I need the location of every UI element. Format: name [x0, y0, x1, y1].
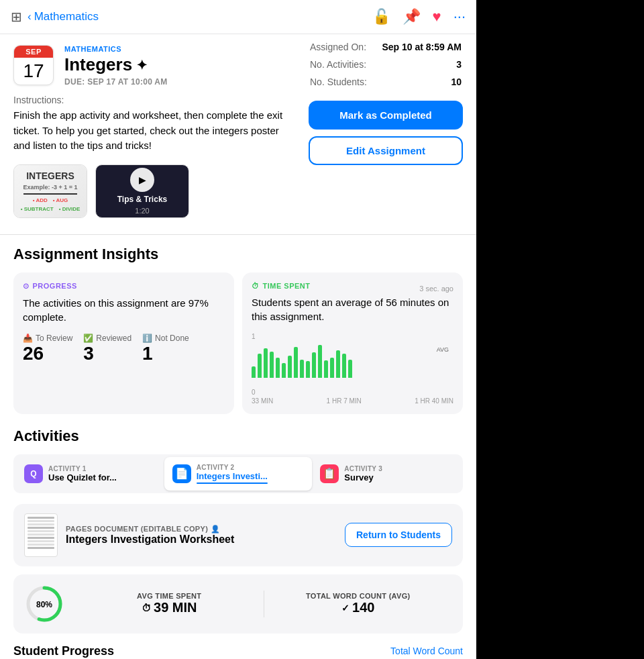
chart-bar [348, 360, 352, 378]
activities-title: Activities [13, 427, 463, 445]
time-badge: ⏱ TIME SPENT [252, 282, 311, 290]
activity-tab-3[interactable]: 📋 ACTIVITY 3 Survey [312, 457, 460, 491]
chart-label-1: 33 MIN [252, 397, 273, 405]
reviewed-value: 3 [83, 343, 131, 364]
back-label: Mathematics [34, 10, 99, 23]
avg-time-metric: AVG TIME SPENT ⏱ 39 MIN [75, 592, 264, 615]
svg-text:80%: 80% [36, 600, 52, 609]
chart-bar [258, 354, 262, 377]
to-review-value: 26 [23, 343, 72, 364]
word-count-value: ✓ 140 [272, 600, 445, 615]
checkmark-icon: ✓ [341, 603, 350, 613]
activities-label: No. Activities: [310, 56, 372, 72]
reviewed-stat: ✅ Reviewed 3 [83, 334, 131, 364]
person-icon: 👤 [211, 525, 220, 534]
tab2-name: Integers Investi... [197, 471, 268, 481]
video-thumb[interactable]: ▶ Tips & Tricks 1:20 [95, 164, 189, 218]
activities-value: 3 [374, 56, 462, 72]
student-progress-header: Student Progress Total Word Count [13, 644, 463, 658]
chart-bar [264, 348, 268, 377]
worksheet-thumbnail [24, 513, 58, 557]
stats-row: 📥 To Review 26 ✅ Reviewed 3 [23, 334, 225, 364]
chart-bar [300, 360, 304, 378]
quizlet-icon: Q [24, 464, 43, 483]
total-word-count-link[interactable]: Total Word Count [390, 646, 463, 656]
avg-time-label: AVG TIME SPENT [83, 592, 256, 600]
return-to-students-button[interactable]: Return to Students [345, 523, 452, 547]
progress-badge: ⊙ PROGRESS [23, 282, 225, 291]
back-button[interactable]: ‹ Mathematics [28, 10, 99, 23]
time-spent-card: ⏱ TIME SPENT 3 sec. ago Students spent a… [242, 272, 463, 414]
nav-icons: 🔓 📌 ♥ ··· [372, 8, 466, 26]
tab-underline [197, 483, 268, 484]
word-count-metric: TOTAL WORD COUNT (AVG) ✓ 140 [264, 592, 453, 615]
video-duration: 1:20 [135, 207, 149, 215]
chart-bar [342, 354, 346, 377]
chart-labels: 33 MIN 1 HR 7 MIN 1 HR 40 MIN [252, 397, 453, 405]
avg-time-value: ⏱ 39 MIN [83, 600, 256, 615]
chart-bar [330, 358, 334, 378]
not-done-value: 1 [142, 343, 189, 364]
more-icon[interactable]: ··· [453, 8, 466, 26]
chart-bar [306, 361, 310, 377]
sidebar-overlay [476, 0, 644, 659]
chart-label-2: 1 HR 7 MIN [327, 397, 362, 405]
instructions-text: Finish the app activity and worksheet, t… [13, 108, 295, 154]
not-done-stat: ℹ️ Not Done 1 [142, 334, 189, 364]
metrics-row: 80% AVG TIME SPENT ⏱ 39 MIN TOTAL WORD C… [13, 574, 463, 633]
chevron-left-icon: ‹ [28, 10, 32, 23]
chart-bar [270, 352, 274, 378]
worksheet-type: PAGES DOCUMENT (EDITABLE COPY) 👤 [66, 525, 337, 534]
inbox-icon: 📥 [23, 334, 33, 343]
time-chart: AVG [252, 342, 453, 389]
chart-bar [294, 347, 298, 378]
heart-icon[interactable]: ♥ [433, 8, 441, 26]
integers-poster[interactable]: INTEGERS Example: -3 + 1 = 1 • ADD• AUG … [13, 164, 87, 218]
insights-title: Assignment Insights [13, 246, 463, 263]
tab2-label: ACTIVITY 2 [197, 464, 268, 471]
media-row: INTEGERS Example: -3 + 1 = 1 • ADD• AUG … [13, 164, 463, 218]
info-icon: ℹ️ [142, 334, 152, 343]
check-icon: ✅ [83, 334, 93, 343]
progress-circle: 80% [24, 584, 64, 624]
progress-icon: ⊙ [23, 282, 30, 291]
activities-tabs: Q ACTIVITY 1 Use Quizlet for... 📄 ACTIVI… [13, 454, 463, 493]
activities-section: Activities Q ACTIVITY 1 Use Quizlet for.… [13, 427, 463, 660]
student-progress-title: Student Progress [13, 644, 114, 658]
chart-bar [282, 363, 286, 378]
play-icon[interactable]: ▶ [130, 168, 154, 192]
progress-text: The activities on this assignment are 97… [23, 296, 225, 324]
sidebar-toggle[interactable]: ⊞ [11, 9, 22, 25]
chart-bar [312, 352, 316, 378]
to-review-stat: 📥 To Review 26 [23, 334, 72, 364]
chart-bar [276, 358, 280, 378]
edit-assignment-button[interactable]: Edit Assignment [309, 136, 463, 165]
tab1-name: Use Quizlet for... [48, 472, 117, 483]
lock-icon[interactable]: 🔓 [372, 8, 390, 26]
top-nav: ⊞ ‹ Mathematics 🔓 📌 ♥ ··· [0, 0, 476, 34]
cal-day: 17 [14, 58, 53, 85]
assigned-value: Sep 10 at 8:59 AM [374, 39, 462, 55]
right-panel: Assigned On: Sep 10 at 8:59 AM No. Activ… [309, 38, 463, 165]
clock-small-icon: ⏱ [142, 603, 151, 613]
worksheet-info: PAGES DOCUMENT (EDITABLE COPY) 👤 Integer… [66, 525, 337, 546]
tab1-label: ACTIVITY 1 [48, 465, 117, 472]
pages-icon: 📄 [172, 464, 191, 483]
insights-grid: ⊙ PROGRESS The activities on this assign… [13, 272, 463, 414]
chart-bar [252, 366, 256, 377]
students-label: No. Students: [310, 74, 372, 90]
meta-table: Assigned On: Sep 10 at 8:59 AM No. Activ… [309, 38, 463, 91]
clock-icon: ⏱ [252, 282, 260, 290]
chart-bar [288, 356, 292, 377]
students-value: 10 [374, 74, 462, 90]
activity-tab-1[interactable]: Q ACTIVITY 1 Use Quizlet for... [16, 457, 164, 491]
tab3-name: Survey [344, 472, 382, 483]
chart-bar [318, 345, 322, 378]
activity-tab-2[interactable]: 📄 ACTIVITY 2 Integers Investi... [164, 457, 313, 491]
chart-bar [324, 360, 328, 378]
cal-month: SEP [14, 46, 53, 58]
pin-icon[interactable]: 📌 [402, 8, 421, 26]
time-text: Students spent an average of 56 minutes … [252, 295, 453, 323]
assigned-label: Assigned On: [310, 39, 372, 55]
mark-complete-button[interactable]: Mark as Completed [309, 101, 463, 130]
